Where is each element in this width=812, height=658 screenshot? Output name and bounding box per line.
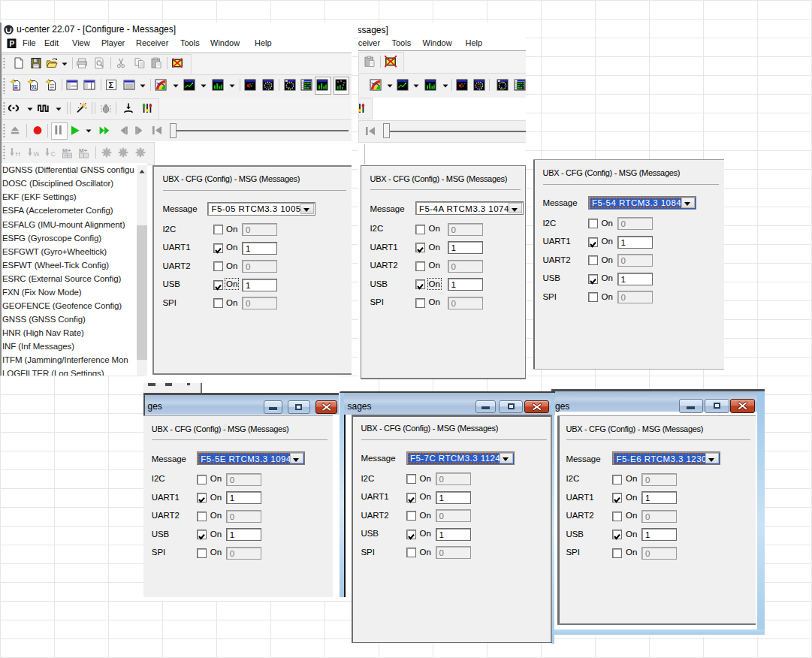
svg-text:M+: M+: [79, 147, 88, 154]
svg-text:01: 01: [31, 84, 37, 89]
svg-text:W: W: [34, 150, 40, 158]
svg-text:H: H: [16, 150, 21, 158]
svg-text:M+: M+: [62, 147, 71, 154]
svg-text:C: C: [51, 150, 56, 158]
svg-text:Σ: Σ: [109, 80, 114, 89]
svg-text:P: P: [9, 40, 14, 48]
